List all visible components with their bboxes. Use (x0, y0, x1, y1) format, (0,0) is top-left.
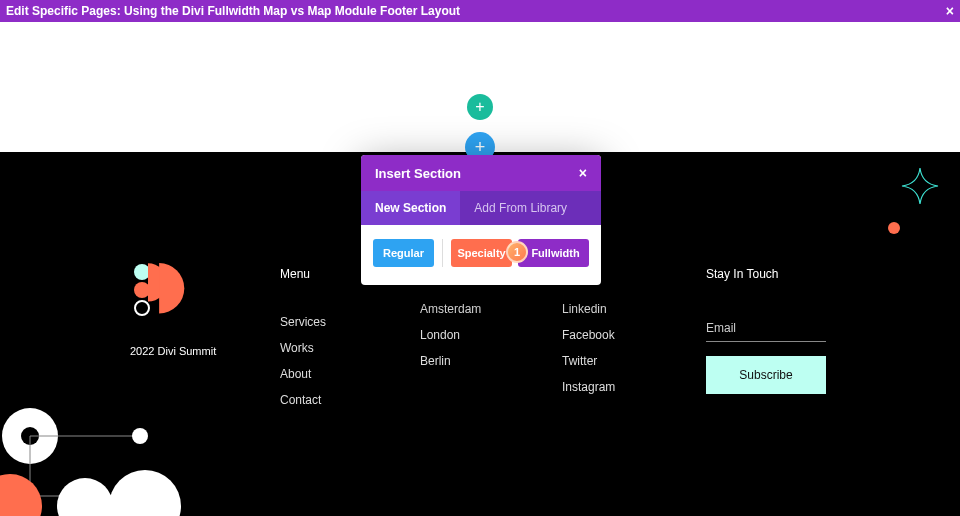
footer-social-column: Linkedin Facebook Twitter Instagram (562, 302, 615, 394)
specialty-section-button[interactable]: Specialty (451, 239, 512, 267)
email-field[interactable]: Email (706, 321, 826, 342)
fullwidth-label: Fullwidth (531, 247, 579, 259)
modal-title: Insert Section (375, 166, 461, 181)
footer-link-london[interactable]: London (420, 328, 481, 342)
regular-section-button[interactable]: Regular (373, 239, 434, 267)
footer-link-twitter[interactable]: Twitter (562, 354, 615, 368)
fullwidth-section-button[interactable]: 1 Fullwidth (518, 239, 589, 267)
page-title: Edit Specific Pages: Using the Divi Full… (6, 4, 460, 18)
footer-logo: 2022 Divi Summit (130, 262, 230, 357)
logo-caption: 2022 Divi Summit (130, 345, 230, 357)
footer-link-about[interactable]: About (280, 367, 326, 381)
page-title-bar: Edit Specific Pages: Using the Divi Full… (0, 0, 960, 22)
decorative-dot-icon (888, 222, 900, 234)
subscribe-button[interactable]: Subscribe (706, 356, 826, 394)
tab-add-from-library[interactable]: Add From Library (460, 191, 581, 225)
svg-point-5 (134, 264, 150, 280)
footer-link-contact[interactable]: Contact (280, 393, 326, 407)
modal-close-icon[interactable]: × (579, 165, 587, 181)
footer-link-works[interactable]: Works (280, 341, 326, 355)
step-badge: 1 (506, 241, 528, 263)
footer-locations-column: Amsterdam London Berlin (420, 302, 481, 368)
svg-point-13 (132, 428, 148, 444)
footer-subscribe-column: Stay In Touch Email Subscribe (706, 267, 846, 394)
footer-link-berlin[interactable]: Berlin (420, 354, 481, 368)
tab-new-section[interactable]: New Section (361, 191, 460, 225)
footer-link-instagram[interactable]: Instagram (562, 380, 615, 394)
divider (442, 239, 443, 267)
footer-link-amsterdam[interactable]: Amsterdam (420, 302, 481, 316)
logo-icon (130, 262, 210, 332)
footer-menu-column: Menu Services Works About Contact (280, 267, 326, 407)
svg-point-16 (109, 470, 181, 516)
decorative-diamond-icon (900, 166, 940, 206)
svg-point-14 (0, 474, 42, 516)
stay-in-touch-heading: Stay In Touch (706, 267, 846, 281)
footer-link-linkedin[interactable]: Linkedin (562, 302, 615, 316)
footer-link-services[interactable]: Services (280, 315, 326, 329)
decorative-circles-icon (0, 406, 210, 516)
insert-section-modal: Insert Section × New Section Add From Li… (361, 155, 601, 285)
svg-point-15 (57, 478, 113, 516)
close-icon[interactable]: × (946, 3, 954, 19)
footer-link-facebook[interactable]: Facebook (562, 328, 615, 342)
footer-menu-heading: Menu (280, 267, 326, 281)
modal-header: Insert Section × (361, 155, 601, 191)
add-row-button[interactable]: + (467, 94, 493, 120)
modal-tabs: New Section Add From Library (361, 191, 601, 225)
modal-body: Regular Specialty 1 Fullwidth (361, 225, 601, 285)
svg-point-6 (134, 282, 150, 298)
svg-point-7 (135, 301, 149, 315)
